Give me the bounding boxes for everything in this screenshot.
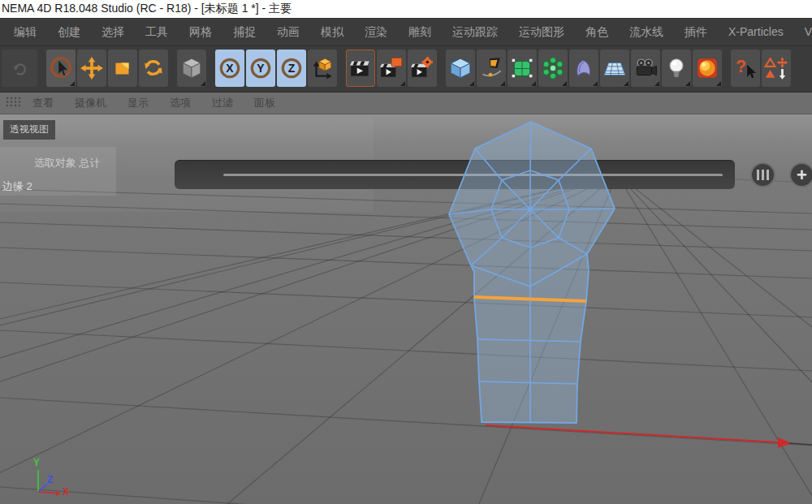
bar-glyph <box>762 170 764 180</box>
move-tool-button[interactable] <box>77 50 106 87</box>
menu-render[interactable]: 渲染 <box>354 18 398 45</box>
subdivision-surface-button[interactable] <box>508 50 537 87</box>
menu-snap[interactable]: 捕捉 <box>222 18 266 45</box>
hud-columns-button[interactable] <box>750 162 775 187</box>
bend-deformer-icon <box>572 56 596 80</box>
workplane-axes-icon <box>310 56 335 80</box>
toolbar: X Y Z <box>0 46 812 93</box>
vmenu-panel[interactable]: 面板 <box>244 93 286 114</box>
scale-tool-button[interactable] <box>108 50 137 87</box>
perspective-viewport[interactable]: 透视视图 选取对象 总计 边缘 2 + Y Z X <box>0 114 812 504</box>
undo-button[interactable] <box>2 50 37 87</box>
render-view-button[interactable] <box>346 50 375 87</box>
flyout-corner <box>654 81 659 86</box>
deformer-button[interactable] <box>569 50 598 87</box>
capsule-object[interactable] <box>0 114 812 504</box>
menu-sculpt[interactable]: 雕刻 <box>398 18 442 45</box>
render-view-icon <box>348 56 373 80</box>
window-title: NEMA 4D R18.048 Studio (RC - R18) - [未标题… <box>0 0 812 18</box>
bar-glyph <box>757 170 759 180</box>
axis-y-label: Y <box>33 457 40 468</box>
hud-add-button[interactable]: + <box>789 162 812 187</box>
svg-text:X: X <box>226 62 234 75</box>
material-sphere-icon <box>695 56 719 80</box>
cube-icon <box>448 56 473 80</box>
floor-grid-icon <box>603 56 627 80</box>
generator-array-button[interactable] <box>538 50 568 87</box>
capsule-silhouette <box>449 122 615 423</box>
menu-select[interactable]: 选择 <box>91 18 135 45</box>
svg-text:Y: Y <box>257 62 265 75</box>
flyout-corner <box>562 81 567 86</box>
lock-z-axis-button[interactable]: Z <box>277 50 306 87</box>
y-axis-lock-icon: Y <box>248 56 273 80</box>
menu-pipeline[interactable]: 流水线 <box>619 18 674 45</box>
viewport-menubar: 查看 摄像机 显示 选项 过滤 面板 <box>0 93 812 114</box>
menu-mesh[interactable]: 网格 <box>179 18 222 45</box>
axis-z-label: Z <box>47 474 53 485</box>
flyout-corner <box>500 81 505 86</box>
live-selection-icon <box>49 56 73 80</box>
menu-motion-tracker[interactable]: 运动跟踪 <box>442 18 508 45</box>
help-pointer-icon: ? <box>733 56 758 80</box>
gray-cube-icon <box>179 56 204 80</box>
rotate-tool-button[interactable] <box>139 50 168 87</box>
render-picture-viewer-icon <box>379 56 404 80</box>
move-icon <box>80 56 104 80</box>
pen-icon <box>479 56 503 80</box>
bar-glyph <box>767 170 769 180</box>
vmenu-view[interactable]: 查看 <box>22 93 64 114</box>
menu-create[interactable]: 创建 <box>47 18 91 45</box>
camera-icon <box>633 56 658 80</box>
material-button[interactable] <box>693 50 722 87</box>
panel-grip-icon[interactable] <box>6 97 20 110</box>
flyout-corner <box>716 81 721 86</box>
vmenu-display[interactable]: 显示 <box>117 93 159 114</box>
menu-edit[interactable]: 编辑 <box>3 18 47 45</box>
flyout-corner <box>685 81 690 86</box>
subdivision-surface-icon <box>510 56 534 80</box>
flyout-corner <box>400 81 405 86</box>
spline-pen-button[interactable] <box>477 50 506 87</box>
menu-tools[interactable]: 工具 <box>135 18 179 45</box>
lock-x-axis-button[interactable]: X <box>215 50 244 87</box>
flyout-corner <box>70 81 75 86</box>
primitive-cube-button[interactable] <box>446 50 475 87</box>
rotate-icon <box>141 56 166 80</box>
coordinate-system-button[interactable] <box>308 50 337 87</box>
render-settings-button[interactable] <box>408 50 437 87</box>
help-button[interactable]: ? <box>731 50 760 87</box>
light-button[interactable] <box>662 50 691 87</box>
vmenu-camera[interactable]: 摄像机 <box>64 93 117 114</box>
menubar: 编辑 创建 选择 工具 网格 捕捉 动画 模拟 渲染 雕刻 运动跟踪 运动图形 … <box>0 18 812 46</box>
view-label: 透视视图 <box>3 120 55 140</box>
menu-x-particles[interactable]: X-Particles <box>718 18 794 45</box>
array-generator-icon <box>541 56 565 80</box>
live-selection-button[interactable] <box>46 50 76 87</box>
vmenu-options[interactable]: 选项 <box>159 93 201 114</box>
x-axis-lock-icon: X <box>218 56 242 80</box>
render-to-picture-viewer-button[interactable] <box>377 50 406 87</box>
flyout-corner <box>469 81 474 86</box>
camera-button[interactable] <box>631 50 660 87</box>
lock-y-axis-button[interactable]: Y <box>246 50 275 87</box>
menu-animate[interactable]: 动画 <box>266 18 310 45</box>
menu-v-ray[interactable]: V-Ray Br <box>794 18 812 45</box>
x-particles-button[interactable] <box>762 50 791 87</box>
menu-mograph[interactable]: 运动图形 <box>508 18 575 45</box>
menu-plugins[interactable]: 插件 <box>674 18 718 45</box>
last-used-tool-button[interactable] <box>177 50 206 87</box>
flyout-corner <box>593 81 598 86</box>
environment-floor-button[interactable] <box>600 50 629 87</box>
light-bulb-icon <box>664 56 689 80</box>
menu-character[interactable]: 角色 <box>575 18 619 45</box>
scale-icon <box>110 56 135 80</box>
hud-edge-count: 边缘 2 <box>2 179 32 194</box>
flyout-corner <box>624 81 628 86</box>
menu-simulate[interactable]: 模拟 <box>310 18 354 45</box>
svg-text:?: ? <box>736 57 746 76</box>
undo-icon <box>8 57 31 80</box>
svg-text:Z: Z <box>288 62 296 75</box>
z-axis-lock-icon: Z <box>279 56 304 80</box>
vmenu-filter[interactable]: 过滤 <box>201 93 244 114</box>
